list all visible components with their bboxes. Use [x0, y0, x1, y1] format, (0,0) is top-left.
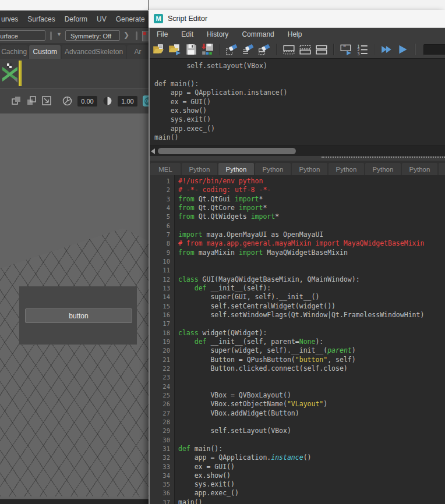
- maya-menu-deform[interactable]: Deform: [65, 15, 87, 23]
- maya-menu-surfaces[interactable]: Surfaces: [27, 15, 55, 23]
- script-tab-mel-0[interactable]: MEL: [150, 163, 181, 175]
- code-text: app.exec_(): [174, 489, 239, 498]
- toolbar-separator-handle[interactable]: [136, 31, 137, 40]
- save-to-shelf-icon[interactable]: [201, 43, 214, 56]
- shelf-tab-custom[interactable]: Custom: [29, 45, 61, 59]
- script-editor-titlebar[interactable]: M Script Editor: [149, 10, 445, 28]
- line-number: 36: [150, 489, 174, 498]
- viewport[interactable]: button: [0, 113, 149, 499]
- chevron-down-icon[interactable]: ▼: [56, 31, 62, 37]
- echo-commands-icon[interactable]: ": [340, 43, 352, 56]
- advancedskeleton-shelf-icon[interactable]: [2, 62, 18, 83]
- code-text: [174, 222, 182, 230]
- script-tab-python-8[interactable]: Python: [439, 163, 445, 175]
- script-tab-python-1[interactable]: Python: [182, 163, 217, 175]
- scroll-left-arrow-icon[interactable]: [151, 148, 155, 154]
- exposure-icon[interactable]: [62, 96, 72, 106]
- maya-menu-urves[interactable]: urves: [1, 15, 18, 23]
- output-line: ex.show(): [150, 107, 445, 115]
- line-number: 34: [150, 471, 174, 480]
- script-editor-menubar: FileEditHistoryCommandHelp: [150, 28, 445, 41]
- script-tab-python-3[interactable]: Python: [255, 163, 291, 175]
- layout-input-icon[interactable]: [315, 43, 328, 56]
- layers-icon[interactable]: [12, 96, 22, 106]
- layout-history-icon[interactable]: [282, 43, 295, 56]
- line-number: 30: [150, 436, 174, 445]
- script-editor-window: M Script Editor FileEditHistoryCommandHe…: [149, 10, 445, 504]
- line-numbers-icon[interactable]: 123: [356, 43, 369, 56]
- line-number: 6: [150, 222, 174, 230]
- load-script-icon[interactable]: [168, 43, 181, 56]
- code-line: 26 VBox.setObjectName("VLayout"): [150, 400, 445, 409]
- line-number: 11: [150, 266, 174, 275]
- line-number: 21: [150, 356, 174, 364]
- line-number: 26: [150, 400, 174, 409]
- symmetry-dropdown[interactable]: Symmetry: Off: [65, 30, 120, 41]
- script-tab-python-7[interactable]: Python: [402, 163, 437, 175]
- menu-command[interactable]: Command: [242, 30, 274, 38]
- script-tab-python-5[interactable]: Python: [329, 163, 364, 175]
- code-line: 25 VBox = QVBoxLayout(): [150, 391, 445, 400]
- code-text: [174, 266, 182, 275]
- code-line: 37main(): [150, 498, 445, 504]
- surface-type-dropdown[interactable]: Surface: [0, 30, 45, 41]
- script-tab-python-6[interactable]: Python: [365, 163, 401, 175]
- svg-text:3: 3: [357, 51, 359, 56]
- line-number: 2: [150, 186, 174, 194]
- gamma-icon[interactable]: [103, 96, 112, 106]
- menu-help[interactable]: Help: [288, 30, 302, 38]
- code-text: VBox = QVBoxLayout(): [174, 391, 291, 400]
- viewport-bottom-bar: [0, 499, 149, 504]
- layout-split-icon[interactable]: [299, 43, 312, 56]
- code-line: 2# -*- coding: utf-8 -*-: [150, 186, 445, 194]
- menu-history[interactable]: History: [207, 30, 228, 38]
- code-editor-pane[interactable]: 1#!/usr/bin/env python2# -*- coding: utf…: [150, 175, 445, 504]
- maya-menu-generate[interactable]: Generate: [116, 15, 145, 23]
- menu-edit[interactable]: Edit: [181, 30, 193, 38]
- code-line: 33 ex = GUI(): [150, 463, 445, 471]
- code-line: 29 self.setLayout(VBox): [150, 427, 445, 435]
- history-output-pane[interactable]: self.setLayout(VBox) def main(): app = Q…: [150, 58, 445, 145]
- script-tab-python-2[interactable]: Python: [218, 163, 254, 175]
- clear-input-icon[interactable]: [242, 43, 255, 56]
- qt-push-button[interactable]: button: [25, 308, 132, 323]
- execute-all-icon[interactable]: [380, 43, 393, 56]
- horizontal-scrollbar[interactable]: [150, 145, 445, 156]
- pane-splitter-handle[interactable]: [322, 157, 445, 161]
- gamma-value-field[interactable]: 1.00: [118, 96, 137, 107]
- save-script-icon[interactable]: [185, 43, 197, 56]
- menu-file[interactable]: File: [157, 30, 168, 38]
- line-number: 18: [150, 329, 174, 338]
- clear-all-icon[interactable]: [258, 43, 271, 56]
- line-number: 35: [150, 480, 174, 489]
- command-search-field[interactable]: [423, 44, 445, 55]
- duplicate-layer-icon[interactable]: [27, 96, 37, 106]
- code-text: VBox.setObjectName("VLayout"): [174, 400, 327, 409]
- line-number: 16: [150, 311, 174, 320]
- toolbar-separator: [276, 44, 277, 55]
- line-number: 32: [150, 453, 174, 462]
- chevron-right-icon[interactable]: ❯: [123, 31, 129, 39]
- script-tab-python-4[interactable]: Python: [292, 163, 327, 175]
- exposure-value-field[interactable]: 0.00: [77, 96, 97, 107]
- clear-history-icon[interactable]: [225, 43, 238, 56]
- isolate-select-icon[interactable]: [42, 96, 52, 106]
- maya-menu-uv[interactable]: UV: [97, 15, 107, 23]
- code-text: # -*- coding: utf-8 -*-: [174, 186, 271, 194]
- code-text: [174, 320, 182, 328]
- shelf-tab-caching[interactable]: Caching: [0, 45, 28, 59]
- code-text: [174, 418, 182, 427]
- code-text: [174, 373, 182, 382]
- line-number: 17: [150, 320, 174, 328]
- code-text: [174, 436, 182, 445]
- code-line: 27 VBox.addWidget(Button): [150, 409, 445, 418]
- script-editor-client: FileEditHistoryCommandHelp "123 self.set…: [149, 28, 445, 504]
- shelf-tab-advancedskeleton[interactable]: AdvancedSkeleton: [62, 45, 126, 59]
- toolbar-separator-handle[interactable]: [50, 31, 52, 40]
- execute-icon[interactable]: [397, 43, 409, 56]
- shelf-tab-ar[interactable]: Ar: [127, 45, 149, 59]
- qt-widget-window: button: [19, 286, 137, 345]
- scrollbar-thumb[interactable]: [158, 148, 296, 154]
- line-number: 24: [150, 382, 174, 391]
- open-script-icon[interactable]: [152, 43, 165, 56]
